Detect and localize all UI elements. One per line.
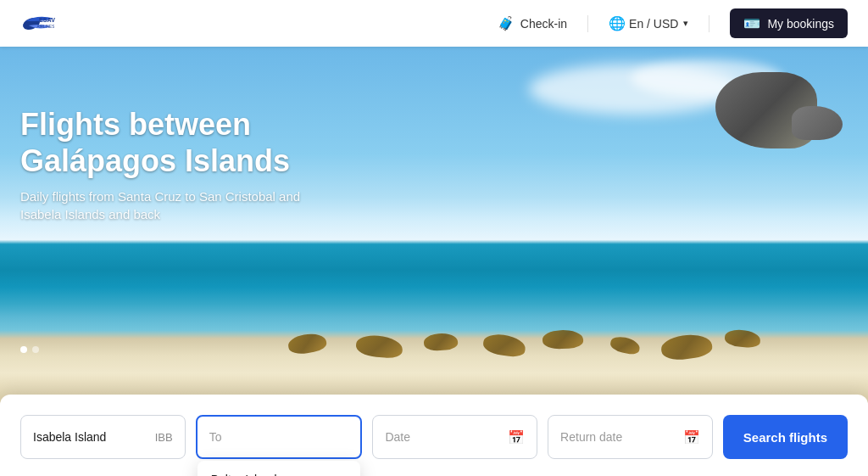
sealion-5 [542,329,583,350]
to-field[interactable]: To Baltra Island GPS [196,415,363,459]
return-date-placeholder: Return date [560,430,622,444]
checkin-icon: 🧳 [497,14,515,33]
calendar-return-icon: 📅 [683,429,700,445]
sealion-3 [423,332,459,351]
svg-text:ESAV: ESAV [39,17,55,24]
date-placeholder: Date [385,430,410,444]
bookings-label: My bookings [767,17,834,31]
dropdown-item-baltra[interactable]: Baltra Island GPS [198,461,361,476]
from-value: Isabela Island [33,430,106,444]
destination-dropdown: Baltra Island GPS [198,461,361,476]
from-field[interactable]: Isabela Island IBB [20,415,186,459]
from-field-inner: Isabela Island IBB [33,430,173,444]
search-flights-label: Search flights [743,430,827,445]
date-field[interactable]: Date 📅 [372,415,537,459]
header: ESAV AIRLINES 🧳 Check-in 🌐 En / USD ▾ 🪪 … [0,0,868,47]
language-label: En / USD [629,17,678,31]
bookings-icon: 🪪 [743,15,760,31]
logo[interactable]: ESAV AIRLINES [20,8,64,39]
return-date-field[interactable]: Return date 📅 [548,415,713,459]
from-code: IBB [155,431,173,444]
dot-1[interactable] [20,346,27,353]
checkin-label: Check-in [520,17,567,31]
sealion-2 [355,334,403,360]
calendar-icon: 📅 [508,429,525,445]
dropdown-item-name: Baltra Island [211,473,277,476]
hero-dots [20,346,39,353]
header-nav: 🧳 Check-in 🌐 En / USD ▾ 🪪 My bookings [497,8,848,38]
dropdown-item-code: GPS [324,473,347,477]
dot-2[interactable] [32,346,39,353]
search-form-container: Isabela Island IBB To Baltra Island GPS … [0,395,868,476]
sealion-4 [482,333,527,359]
to-placeholder: To [209,430,222,444]
globe-icon: 🌐 [609,15,626,31]
rock-small-decoration [792,106,843,140]
sealion-6 [609,335,642,356]
nav-divider-2 [709,15,709,32]
hero-text-block: Flights between Galápagos Islands Daily … [20,106,342,223]
search-form: Isabela Island IBB To Baltra Island GPS … [20,415,848,459]
search-flights-button[interactable]: Search flights [723,415,848,459]
sealion-1 [287,331,327,356]
checkin-nav-item[interactable]: 🧳 Check-in [497,14,567,33]
chevron-down-icon: ▾ [683,18,688,29]
hero-title: Flights between Galápagos Islands [20,106,342,179]
my-bookings-button[interactable]: 🪪 My bookings [730,8,848,38]
sealion-7 [659,332,713,362]
hero-subtitle: Daily flights from Santa Cruz to San Cri… [20,188,342,223]
language-selector[interactable]: 🌐 En / USD ▾ [609,15,688,31]
svg-text:AIRLINES: AIRLINES [37,25,55,29]
nav-divider [587,15,588,32]
sealion-8 [724,329,760,349]
